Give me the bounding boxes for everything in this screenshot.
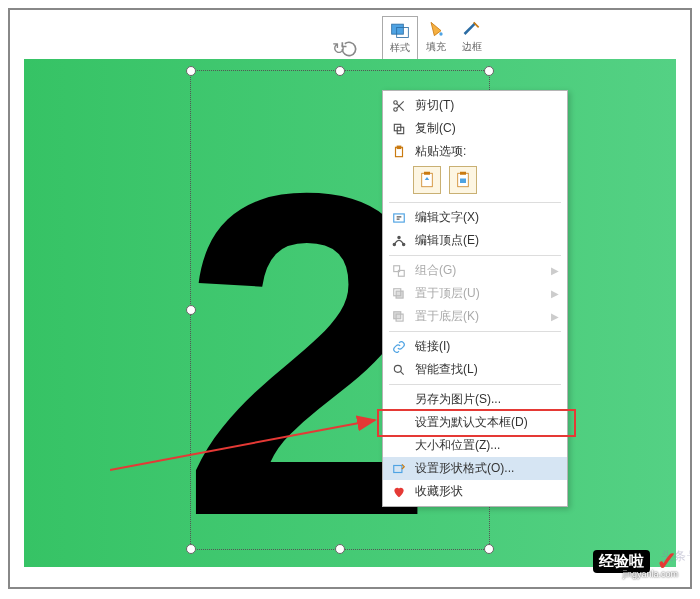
- clipboard-icon: [389, 142, 409, 162]
- svg-rect-28: [394, 465, 402, 472]
- menu-label: 另存为图片(S)...: [415, 391, 559, 408]
- menu-label: 智能查找(L): [415, 361, 559, 378]
- blank-icon: [389, 436, 409, 456]
- resize-handle[interactable]: [484, 66, 494, 76]
- resize-handle[interactable]: [335, 544, 345, 554]
- menu-label: 组合(G): [415, 262, 551, 279]
- blank-icon: [389, 390, 409, 410]
- resize-handle[interactable]: [186, 544, 196, 554]
- resize-handle[interactable]: [186, 66, 196, 76]
- menu-label: 粘贴选项:: [415, 143, 559, 160]
- svg-point-3: [394, 100, 398, 104]
- paste-option-keep-formatting[interactable]: [413, 166, 441, 194]
- toolbar-style-label: 样式: [383, 41, 417, 55]
- menu-save-as-picture[interactable]: 另存为图片(S)...: [383, 388, 567, 411]
- resize-handle[interactable]: [335, 66, 345, 76]
- mini-toolbar: 样式 填充 边框: [382, 16, 490, 59]
- menu-edit-text[interactable]: 编辑文字(X): [383, 206, 567, 229]
- svg-point-2: [439, 32, 442, 35]
- watermark-domain: jingyanla.com: [623, 569, 678, 579]
- window-frame: 样式 填充 边框 2 ↻ 剪切(T): [8, 8, 692, 589]
- menu-format-shape[interactable]: 设置形状格式(O)...: [383, 457, 567, 480]
- resize-handle[interactable]: [484, 544, 494, 554]
- svg-point-17: [393, 243, 395, 245]
- heart-icon: [389, 482, 409, 502]
- toolbar-border-label: 边框: [454, 40, 490, 54]
- menu-copy[interactable]: 复制(C): [383, 117, 567, 140]
- menu-label: 设置形状格式(O)...: [415, 460, 559, 477]
- resize-handle[interactable]: [186, 305, 196, 315]
- menu-label: 置于顶层(U): [415, 285, 551, 302]
- blank-icon: [389, 413, 409, 433]
- menu-label: 复制(C): [415, 120, 559, 137]
- svg-line-27: [400, 371, 404, 375]
- menu-favorite-shape[interactable]: 收藏形状: [383, 480, 567, 503]
- menu-link[interactable]: 链接(I): [383, 335, 567, 358]
- format-shape-icon: [389, 459, 409, 479]
- submenu-arrow-icon: ▶: [551, 265, 559, 276]
- menu-label: 设置为默认文本框(D): [415, 414, 559, 431]
- paste-options-row: [383, 163, 567, 199]
- svg-rect-14: [460, 172, 466, 175]
- toolbar-fill[interactable]: 填充: [418, 16, 454, 59]
- menu-group: 组合(G) ▶: [383, 259, 567, 282]
- group-icon: [389, 261, 409, 281]
- menu-label: 编辑文字(X): [415, 209, 559, 226]
- bring-front-icon: [389, 284, 409, 304]
- svg-rect-22: [396, 291, 403, 298]
- edit-text-icon: [389, 208, 409, 228]
- menu-set-default-textbox[interactable]: 设置为默认文本框(D): [383, 411, 567, 434]
- scissors-icon: [389, 96, 409, 116]
- svg-point-4: [394, 107, 398, 111]
- menu-separator: [389, 202, 561, 203]
- copy-icon: [389, 119, 409, 139]
- paste-option-picture[interactable]: [449, 166, 477, 194]
- svg-rect-16: [394, 213, 405, 221]
- svg-point-18: [403, 243, 405, 245]
- send-back-icon: [389, 307, 409, 327]
- menu-label: 剪切(T): [415, 97, 559, 114]
- svg-rect-24: [394, 311, 401, 318]
- menu-separator: [389, 384, 561, 385]
- watermark: 经验啦 ✓ jingyanla.com: [593, 546, 678, 577]
- svg-rect-15: [460, 179, 466, 184]
- link-icon: [389, 337, 409, 357]
- svg-point-19: [398, 236, 400, 238]
- fill-icon: [418, 18, 454, 40]
- submenu-arrow-icon: ▶: [551, 288, 559, 299]
- menu-label: 收藏形状: [415, 483, 559, 500]
- menu-separator: [389, 331, 561, 332]
- edit-points-icon: [389, 231, 409, 251]
- menu-edit-points[interactable]: 编辑顶点(E): [383, 229, 567, 252]
- svg-rect-12: [424, 172, 430, 175]
- menu-bring-front: 置于顶层(U) ▶: [383, 282, 567, 305]
- rotate-handle-icon[interactable]: ↻: [332, 39, 348, 55]
- submenu-arrow-icon: ▶: [551, 311, 559, 322]
- menu-label: 大小和位置(Z)...: [415, 437, 559, 454]
- menu-label: 置于底层(K): [415, 308, 551, 325]
- toolbar-border[interactable]: 边框: [454, 16, 490, 59]
- menu-cut[interactable]: 剪切(T): [383, 94, 567, 117]
- toolbar-fill-label: 填充: [418, 40, 454, 54]
- menu-label: 链接(I): [415, 338, 559, 355]
- menu-separator: [389, 255, 561, 256]
- context-menu: 剪切(T) 复制(C) 粘贴选项: 编辑文字: [382, 90, 568, 507]
- shape-style-icon: [383, 19, 417, 41]
- menu-label: 编辑顶点(E): [415, 232, 559, 249]
- menu-paste-options-header: 粘贴选项:: [383, 140, 567, 163]
- menu-send-back: 置于底层(K) ▶: [383, 305, 567, 328]
- search-icon: [389, 360, 409, 380]
- svg-rect-10: [397, 146, 401, 148]
- toolbar-style[interactable]: 样式: [382, 16, 418, 59]
- menu-smart-find[interactable]: 智能查找(L): [383, 358, 567, 381]
- svg-rect-0: [392, 24, 404, 34]
- border-icon: [454, 18, 490, 40]
- menu-size-position[interactable]: 大小和位置(Z)...: [383, 434, 567, 457]
